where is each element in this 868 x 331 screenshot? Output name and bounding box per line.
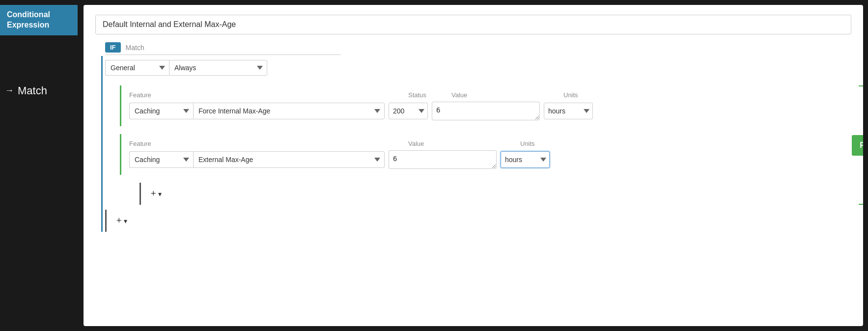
status-label-1: Status xyxy=(408,91,448,99)
outer-plus-icon: + xyxy=(116,216,122,226)
feature-block-1-labels: Feature Status Value Units xyxy=(129,91,843,99)
feature-type-select-1[interactable]: Caching xyxy=(129,103,193,119)
units-select-2[interactable]: hours minutes seconds days xyxy=(501,151,550,168)
feature-name-select-2[interactable]: External Max-Age xyxy=(193,151,385,168)
add-feature-button[interactable]: + ▾ xyxy=(147,187,166,201)
units-label-2: Units xyxy=(520,140,579,147)
general-select[interactable]: General xyxy=(105,60,169,76)
value-textarea-1[interactable] xyxy=(432,102,540,120)
if-match-label-text: Match xyxy=(126,44,144,52)
add-outer-button[interactable]: + ▾ xyxy=(112,214,131,228)
feature-name-select-1[interactable]: Force Internal Max-Age xyxy=(193,103,385,119)
feature-block-1-selects: Caching Force Internal Max-Age 200 hours… xyxy=(129,102,843,120)
feature-block-2-labels: Feature Value Units xyxy=(129,140,843,147)
value-label-1: Value xyxy=(451,91,560,99)
status-select-1[interactable]: 200 xyxy=(389,103,428,119)
if-badge: IF xyxy=(105,42,121,53)
feature-type-select-2[interactable]: Caching xyxy=(129,151,193,168)
feature-label-1: Feature xyxy=(129,91,404,99)
feature-block-2: Feature Value Units Caching External Max… xyxy=(120,134,851,175)
match-arrow: → xyxy=(5,85,14,96)
feature-block-1: Feature Status Value Units Caching Force… xyxy=(120,85,851,126)
main-content: IF Match General Always Feature Status V… xyxy=(84,5,863,326)
match-selects-row: General Always xyxy=(105,60,851,76)
title-input[interactable] xyxy=(95,15,851,34)
value-label-2: Value xyxy=(408,140,516,147)
units-label-1: Units xyxy=(563,91,622,99)
if-separator xyxy=(105,55,341,55)
add-outer-row: + ▾ xyxy=(105,210,851,232)
feature-block-2-selects: Caching External Max-Age hours minutes s… xyxy=(129,150,843,169)
vertical-connector xyxy=(101,56,103,232)
plus-icon: + xyxy=(151,189,156,199)
units-select-1[interactable]: hours minutes seconds days xyxy=(544,103,593,119)
if-row: IF Match xyxy=(105,42,851,53)
features-wrapper: Feature Status Value Units Caching Force… xyxy=(120,85,851,205)
value-textarea-2[interactable] xyxy=(389,150,497,169)
add-feature-row: + ▾ xyxy=(140,183,851,205)
left-panel: Conditional Expression → Match xyxy=(0,0,84,331)
conditional-expression-badge: Conditional Expression xyxy=(0,5,78,35)
outer-dropdown-arrow-icon: ▾ xyxy=(124,217,127,225)
dropdown-arrow-icon: ▾ xyxy=(158,190,162,198)
always-select[interactable]: Always xyxy=(169,60,267,76)
features-side-label: Features xyxy=(852,135,863,156)
feature-label-2: Feature xyxy=(129,140,404,147)
match-label: → Match xyxy=(5,84,47,97)
